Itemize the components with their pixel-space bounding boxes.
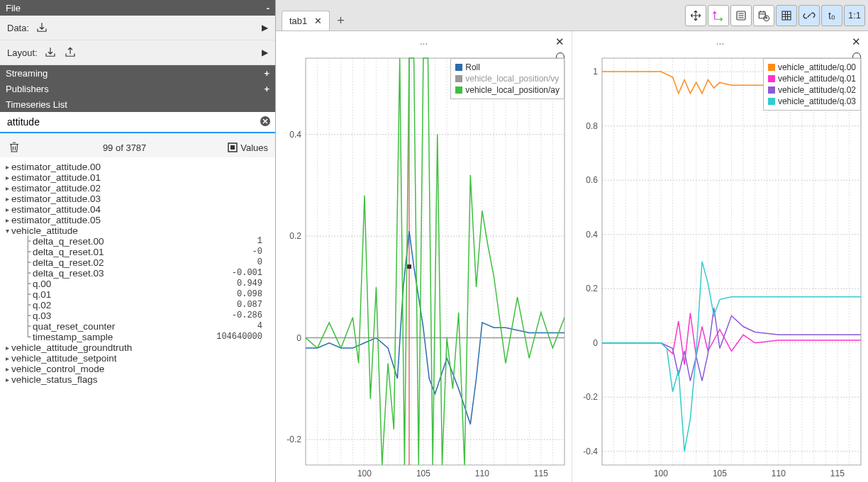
svg-text:-0.4: -0.4 <box>583 447 598 456</box>
layout-row[interactable]: Layout: ▶ <box>0 40 275 65</box>
svg-text:115: 115 <box>830 469 845 478</box>
svg-rect-2 <box>230 145 235 150</box>
tree-item[interactable]: ▸estimator_attitude.04 <box>3 204 272 215</box>
tool-axes[interactable] <box>708 5 729 26</box>
svg-text:105: 105 <box>416 469 430 478</box>
tree-item[interactable]: ▸estimator_attitude.01 <box>3 172 272 183</box>
legend-item[interactable]: vehicle_attitude/q.03 <box>768 96 856 107</box>
tree-item[interactable]: ▸estimator_attitude.05 <box>3 215 272 225</box>
svg-text:0.8: 0.8 <box>586 121 598 131</box>
tab-tab1[interactable]: tab1 ✕ <box>282 11 330 30</box>
tool-datetime[interactable] <box>753 5 774 26</box>
legend-item[interactable]: vehicle_attitude/q.02 <box>768 84 856 96</box>
legend-item[interactable]: Roll <box>455 62 560 73</box>
tree-leaf[interactable]: ├q.020.087 <box>3 300 272 310</box>
plot-2[interactable]: ... ✕ -0.4-0.200.20.40.60.81100105110115… <box>572 31 868 482</box>
tree-leaf[interactable]: ├delta_q_reset.01-0 <box>3 247 272 257</box>
import-icon[interactable] <box>35 21 49 35</box>
minimize-icon[interactable]: - <box>267 3 269 13</box>
publishers-panel-header[interactable]: Publishers + <box>0 81 275 96</box>
svg-text:105: 105 <box>713 469 727 478</box>
svg-rect-4 <box>759 11 765 18</box>
layout-import-icon[interactable] <box>43 45 57 60</box>
tree-leaf[interactable]: ├delta_q_reset.001 <box>3 236 272 247</box>
streaming-panel-header[interactable]: Streaming + <box>0 65 275 81</box>
svg-text:100: 100 <box>357 469 372 478</box>
toolbar: t₀ 1:1 <box>685 0 868 30</box>
expand-icon[interactable]: + <box>264 68 269 79</box>
tree-leaf[interactable]: ├delta_q_reset.03-0.001 <box>3 268 272 279</box>
svg-text:110: 110 <box>772 469 786 478</box>
values-label: Values <box>240 142 268 153</box>
data-label: Data: <box>7 23 29 33</box>
svg-text:110: 110 <box>475 469 489 478</box>
trash-icon[interactable] <box>7 140 21 155</box>
chevron-right-icon: ▶ <box>262 47 268 57</box>
svg-text:0.4: 0.4 <box>586 230 598 240</box>
svg-text:0.4: 0.4 <box>289 130 301 140</box>
layout-label: Layout: <box>7 47 38 58</box>
tree-item-expanded[interactable]: ▾vehicle_attitude <box>3 225 272 236</box>
plots-container: ... ✕ -0.200.20.4100105110115 Rollvehicl… <box>276 31 868 482</box>
close-plot-icon[interactable]: ✕ <box>852 35 861 48</box>
search-row <box>0 112 275 133</box>
topbar: tab1 ✕ + t₀ 1: <box>276 0 868 31</box>
svg-rect-44 <box>407 264 411 269</box>
tree-leaf[interactable]: ├q.03-0.286 <box>3 310 272 321</box>
tool-link[interactable] <box>799 5 820 26</box>
legend-item[interactable]: vehicle_attitude/q.01 <box>768 73 856 84</box>
tree-item[interactable]: ▸estimator_attitude.02 <box>3 183 272 194</box>
file-panel-header[interactable]: File - <box>0 0 275 16</box>
legend-item[interactable]: vehicle_local_position/ay <box>455 84 560 96</box>
tool-move[interactable] <box>685 5 706 26</box>
tree-leaf[interactable]: ├delta_q_reset.020 <box>3 257 272 268</box>
timeseries-tree[interactable]: ▸estimator_attitude.00▸estimator_attitud… <box>0 157 275 482</box>
tool-grid[interactable] <box>776 5 797 26</box>
svg-text:100: 100 <box>654 469 668 478</box>
tree-leaf[interactable]: ├q.010.098 <box>3 289 272 300</box>
plot-canvas[interactable]: -0.4-0.200.20.40.60.81100105110115 <box>572 51 868 482</box>
tree-leaf[interactable]: ├q.000.949 <box>3 279 272 289</box>
tree-item[interactable]: ▸vehicle_attitude_groundtruth <box>3 342 272 353</box>
plot-canvas[interactable]: -0.200.20.4100105110115 <box>276 51 572 482</box>
plot-legend[interactable]: vehicle_attitude/q.00vehicle_attitude/q.… <box>763 58 861 111</box>
result-count: 99 of 3787 <box>21 142 228 153</box>
tree-leaf[interactable]: ├quat_reset_counter4 <box>3 321 272 332</box>
tree-item[interactable]: ▸estimator_attitude.00 <box>3 162 272 172</box>
publishers-label: Publishers <box>6 84 49 94</box>
svg-text:-0.2: -0.2 <box>286 435 301 444</box>
tool-t0[interactable]: t₀ <box>821 5 842 26</box>
expand-icon[interactable]: + <box>264 84 269 94</box>
values-toggle[interactable]: Values <box>228 142 268 153</box>
timeseries-label: Timeseries List <box>6 99 67 110</box>
search-input[interactable] <box>4 115 260 129</box>
svg-text:-0.2: -0.2 <box>583 392 598 402</box>
list-toolbar: 99 of 3787 Values <box>0 133 275 157</box>
close-plot-icon[interactable]: ✕ <box>555 35 564 48</box>
data-row[interactable]: Data: ▶ <box>0 16 275 40</box>
timeseries-panel-header[interactable]: Timeseries List <box>0 96 275 112</box>
tree-item[interactable]: ▸estimator_attitude.03 <box>3 194 272 204</box>
tree-item[interactable]: ▸vehicle_control_mode <box>3 364 272 374</box>
legend-item[interactable]: vehicle_attitude/q.00 <box>768 62 856 73</box>
plot-legend[interactable]: Rollvehicle_local_position/vyvehicle_loc… <box>450 58 564 99</box>
new-tab-button[interactable]: + <box>330 11 352 30</box>
chevron-right-icon: ▶ <box>262 23 268 33</box>
close-tab-icon[interactable]: ✕ <box>314 16 322 26</box>
svg-text:0: 0 <box>296 333 301 343</box>
tree-leaf[interactable]: └timestamp_sample104640000 <box>3 332 272 342</box>
streaming-label: Streaming <box>6 68 48 79</box>
svg-rect-88 <box>602 58 861 465</box>
svg-rect-42 <box>306 58 564 465</box>
layout-export-icon[interactable] <box>63 45 77 60</box>
svg-text:1: 1 <box>593 67 598 77</box>
plot-title: ... <box>420 35 428 47</box>
legend-item[interactable]: vehicle_local_position/vy <box>455 73 560 84</box>
tool-ratio[interactable]: 1:1 <box>844 5 865 26</box>
plot-1[interactable]: ... ✕ -0.200.20.4100105110115 Rollvehicl… <box>276 31 572 482</box>
tree-item[interactable]: ▸vehicle_status_flags <box>3 374 272 385</box>
sidebar: File - Data: ▶ Layout: ▶ Streaming + Pub… <box>0 0 276 482</box>
clear-search-icon[interactable] <box>260 116 271 129</box>
tree-item[interactable]: ▸vehicle_attitude_setpoint <box>3 353 272 364</box>
tool-list[interactable] <box>730 5 752 26</box>
